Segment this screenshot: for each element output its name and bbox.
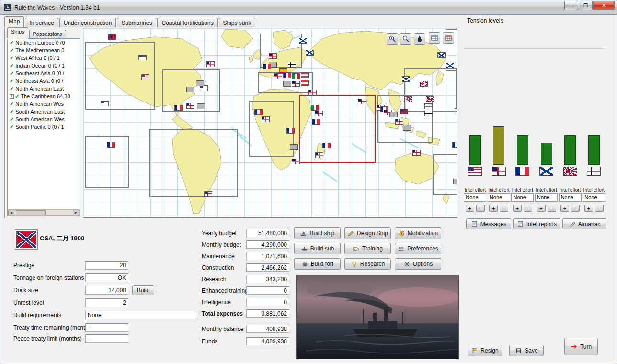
region-item-north-american[interactable]: ✓North American Wes xyxy=(8,100,80,108)
region-item-south-american[interactable]: ✓South American Wes xyxy=(8,115,80,123)
intel-plus-button-france[interactable]: + xyxy=(513,205,522,212)
flag-us-marker[interactable] xyxy=(200,86,207,91)
flag-ru-marker[interactable] xyxy=(438,53,445,57)
maximize-button[interactable]: ❐ xyxy=(579,1,593,10)
turn-button[interactable]: Turn xyxy=(564,338,598,355)
messages-button[interactable]: Messages xyxy=(466,218,511,229)
sea-zone[interactable] xyxy=(149,129,238,197)
flag-fr-marker[interactable] xyxy=(453,142,457,147)
intel-reports-button[interactable]: Intel reports xyxy=(513,218,560,229)
flag-fr-marker[interactable] xyxy=(263,64,271,69)
intel-effort-value-france[interactable]: None xyxy=(511,193,534,202)
region-item-the-caribbean[interactable]: +✓The Caribbean 64,30 xyxy=(8,92,80,100)
tab-ships-sunk[interactable]: Ships sunk xyxy=(219,18,256,27)
flag-uk-marker[interactable] xyxy=(269,54,276,58)
build-fort-button[interactable]: Build fort xyxy=(294,258,341,270)
flag-uk-marker[interactable] xyxy=(316,153,323,158)
intel-plus-button-germany[interactable]: + xyxy=(584,205,593,212)
area-report-button[interactable] xyxy=(429,32,440,44)
flag-uk-marker[interactable] xyxy=(413,150,420,155)
flag-gy-marker[interactable] xyxy=(290,145,297,149)
flag-fr-marker[interactable] xyxy=(284,73,291,78)
flag-fr-marker[interactable] xyxy=(255,110,262,114)
expand-icon[interactable]: + xyxy=(10,94,14,99)
flag-us-marker[interactable] xyxy=(139,55,146,60)
region-item-northern-europe[interactable]: ✓Northern Europe 0 (0 xyxy=(8,39,80,46)
flag-us-marker[interactable] xyxy=(109,34,116,39)
flag-gy-marker[interactable] xyxy=(197,104,205,109)
intel-plus-button-britain[interactable]: + xyxy=(489,205,498,212)
flag-uk-marker[interactable] xyxy=(262,117,269,122)
flag-uk-marker[interactable] xyxy=(309,90,316,95)
tab-possessions[interactable]: Possessions xyxy=(29,30,67,38)
flag-ru-marker[interactable] xyxy=(446,63,454,68)
flag-gy-marker[interactable] xyxy=(196,81,204,86)
flag-gy-marker[interactable] xyxy=(390,112,397,117)
options-button[interactable]: Options xyxy=(395,258,441,270)
intel-minus-button-germany[interactable]: - xyxy=(595,205,604,212)
flag-uk-marker[interactable] xyxy=(205,192,212,196)
save-button[interactable]: Save xyxy=(509,345,544,356)
flag-uk-marker[interactable] xyxy=(274,74,282,79)
flag-gy-marker[interactable] xyxy=(284,81,291,86)
intel-effort-value-japan[interactable]: None xyxy=(559,193,582,202)
intel-plus-button-russia[interactable]: + xyxy=(537,205,546,212)
intel-minus-button-usa[interactable]: - xyxy=(476,205,485,212)
region-list-hscrollbar[interactable]: ◀ ▶ xyxy=(8,209,80,216)
region-item-south-american[interactable]: ✓South American East xyxy=(8,108,80,115)
intel-minus-button-france[interactable]: - xyxy=(524,205,532,212)
sea-zone-selected[interactable] xyxy=(299,95,376,163)
flag-uk-marker[interactable] xyxy=(292,81,299,86)
mobilization-button[interactable]: Mobilization xyxy=(395,228,441,239)
sea-zone[interactable] xyxy=(433,154,457,195)
flag-us-marker[interactable] xyxy=(142,75,149,80)
tab-coastal-fortifications[interactable]: Coastal fortifications xyxy=(157,18,217,27)
flag-ru-marker[interactable] xyxy=(306,50,313,55)
zoom-in-button[interactable] xyxy=(387,33,398,45)
close-button[interactable]: ✕ xyxy=(593,1,615,10)
flag-fr-marker[interactable] xyxy=(312,119,320,124)
region-item-the-mediterranean[interactable]: ✓The Mediterranean 0 xyxy=(8,46,80,54)
flag-gy-marker[interactable] xyxy=(403,125,411,130)
intel-effort-value-britain[interactable]: None xyxy=(488,193,510,202)
flag-uk-marker[interactable] xyxy=(292,159,299,164)
ink-drop-button[interactable] xyxy=(414,33,425,45)
scroll-left-arrow[interactable]: ◀ xyxy=(8,210,14,215)
flag-gy-marker[interactable] xyxy=(187,87,194,92)
scroll-right-arrow[interactable]: ▶ xyxy=(73,210,79,215)
flag-fr-marker[interactable] xyxy=(107,142,114,147)
region-item-southeast-asia[interactable]: ✓Southeast Asia 0 (0 / xyxy=(8,69,80,77)
resign-button[interactable]: Resign xyxy=(468,345,502,356)
flag-it-marker[interactable] xyxy=(292,74,299,79)
flag-jp-marker[interactable] xyxy=(420,81,427,86)
build-sub-button[interactable]: Build sub xyxy=(294,243,341,254)
region-item-indian-ocean[interactable]: ✓Indian Ocean 0 (0 / 1 xyxy=(8,62,80,69)
intel-minus-button-japan[interactable]: - xyxy=(571,205,580,212)
training-button[interactable]: Training xyxy=(344,243,391,254)
preferences-button[interactable]: Preferences xyxy=(395,243,441,254)
flag-de-marker[interactable] xyxy=(455,109,457,114)
flag-jp-marker[interactable] xyxy=(426,97,434,102)
intel-plus-button-usa[interactable]: + xyxy=(466,205,474,212)
flag-us-marker[interactable] xyxy=(400,109,407,114)
flag-uk-marker[interactable] xyxy=(207,62,214,67)
minimize-button[interactable]: — xyxy=(564,1,578,10)
intel-effort-value-germany[interactable]: None xyxy=(583,193,605,202)
flag-it-marker[interactable] xyxy=(311,105,319,110)
intel-effort-value-usa[interactable]: None xyxy=(464,193,486,202)
intel-minus-button-russia[interactable]: - xyxy=(548,205,556,212)
intel-plus-button-japan[interactable]: + xyxy=(560,205,569,212)
tab-in-service[interactable]: In service xyxy=(25,18,58,27)
region-item-north-american[interactable]: ✓North American East xyxy=(8,85,80,92)
flag-at-marker[interactable] xyxy=(301,80,308,85)
research-button[interactable]: Research xyxy=(344,258,391,270)
flag-at-marker[interactable] xyxy=(301,73,308,78)
almanac-button[interactable]: Almanac xyxy=(562,218,606,229)
flag-fr-marker[interactable] xyxy=(287,128,294,133)
flag-fr-marker[interactable] xyxy=(175,105,182,110)
titlebar[interactable]: Rule the Waves - Version 1.34 b1 — ❐ ✕ xyxy=(0,0,617,15)
flag-de-marker[interactable] xyxy=(425,104,432,109)
flag-de-marker[interactable] xyxy=(425,111,432,116)
tab-submarines[interactable]: Submarines xyxy=(117,18,156,27)
flag-ru-marker[interactable] xyxy=(402,77,410,81)
